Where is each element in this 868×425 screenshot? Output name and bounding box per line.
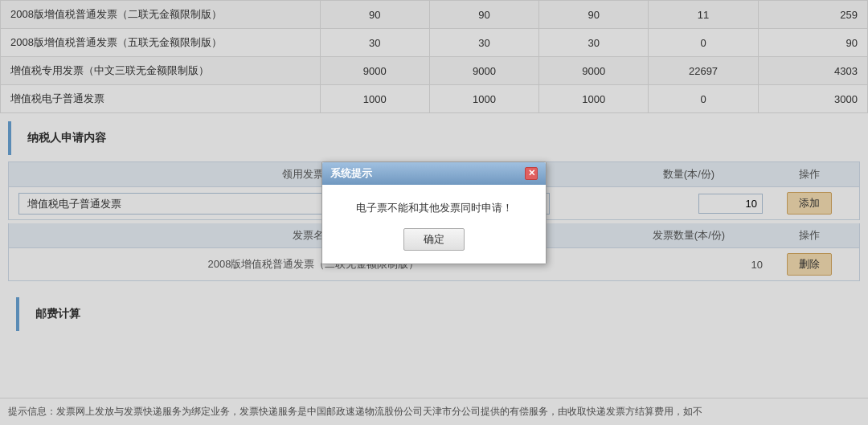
modal-overlay: 系统提示 ✕ 电子票不能和其他发票同时申请！ 确定 (0, 0, 868, 425)
modal-title-bar: 系统提示 ✕ (322, 162, 546, 185)
modal-title: 系统提示 (330, 166, 372, 181)
modal-ok-button[interactable]: 确定 (403, 228, 465, 251)
modal-message: 电子票不能和其他发票同时申请！ (335, 201, 533, 215)
modal-body: 电子票不能和其他发票同时申请！ 确定 (322, 185, 546, 264)
page-wrapper: 2008版增值税普通发票（二联无金额限制版） 90 90 90 11 259 2… (0, 0, 868, 425)
modal-dialog: 系统提示 ✕ 电子票不能和其他发票同时申请！ 确定 (321, 161, 547, 264)
modal-close-button[interactable]: ✕ (525, 167, 538, 180)
